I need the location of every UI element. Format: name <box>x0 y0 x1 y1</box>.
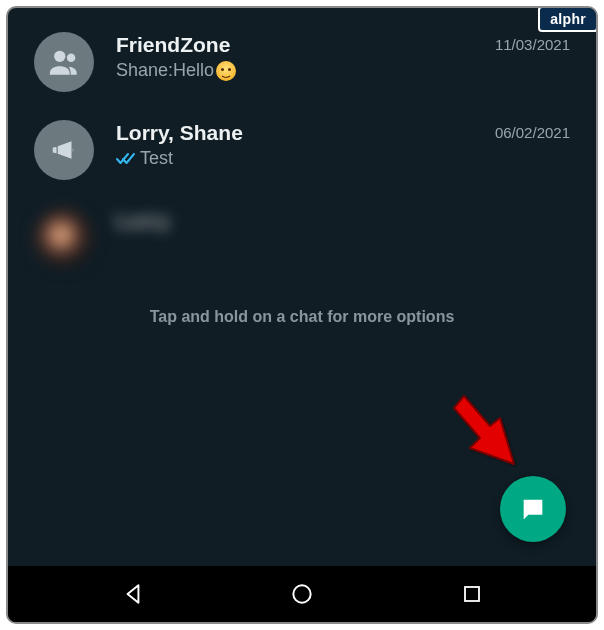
new-chat-icon <box>519 495 547 523</box>
preview-text: Test <box>140 148 173 170</box>
svg-rect-3 <box>465 587 479 601</box>
smile-emoji-icon <box>216 61 236 81</box>
circle-home-icon <box>289 581 315 607</box>
preview-prefix: Shane: <box>116 60 173 82</box>
annotation-arrow-icon <box>444 388 524 478</box>
square-recent-icon <box>460 582 484 606</box>
triangle-back-icon <box>120 581 146 607</box>
chat-content: Lorry <box>116 208 572 236</box>
nav-back-button[interactable] <box>88 581 178 607</box>
android-navbar <box>8 566 596 622</box>
chat-date: 11/03/2021 <box>495 36 570 53</box>
chat-preview: Test <box>116 148 572 170</box>
preview-text: Hello <box>173 60 214 82</box>
chat-list: FriendZone Shane: Hello 11/03/2021 Lorry… <box>8 8 596 282</box>
broadcast-avatar-icon <box>34 120 94 180</box>
app-frame: alphr FriendZone Shane: Hello 11/03/2021 <box>6 6 598 624</box>
chat-row[interactable]: Lorry <box>8 194 596 282</box>
chat-row[interactable]: Lorry, Shane Test 06/02/2021 <box>8 106 596 194</box>
read-ticks-icon <box>116 152 136 166</box>
chat-row[interactable]: FriendZone Shane: Hello 11/03/2021 <box>8 18 596 106</box>
svg-point-0 <box>54 51 65 62</box>
chat-date: 06/02/2021 <box>495 124 570 141</box>
svg-point-2 <box>293 585 310 602</box>
hint-text: Tap and hold on a chat for more options <box>8 308 596 326</box>
chat-preview: Shane: Hello <box>116 60 572 82</box>
nav-recent-button[interactable] <box>427 582 517 606</box>
source-badge: alphr <box>538 6 598 32</box>
svg-point-1 <box>67 54 76 63</box>
nav-home-button[interactable] <box>257 581 347 607</box>
contact-avatar <box>34 208 94 268</box>
group-avatar-icon <box>34 32 94 92</box>
chat-title: Lorry <box>116 208 572 233</box>
new-chat-fab[interactable] <box>500 476 566 542</box>
